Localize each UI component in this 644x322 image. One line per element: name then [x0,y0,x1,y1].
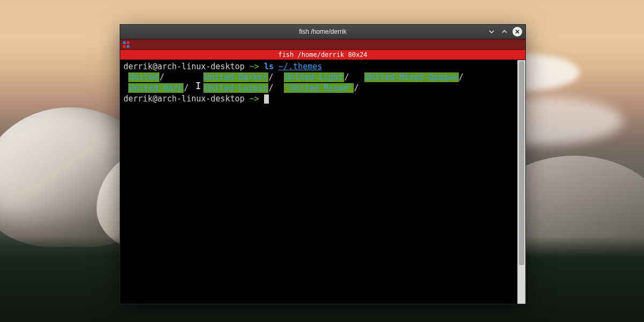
svg-rect-0 [123,41,126,44]
terminal-scrollbar[interactable] [517,60,525,304]
ls-dir: United-Darker [203,72,268,82]
terminal-line: United-Dark/United-Latest/'United Mixed'… [123,83,514,93]
desktop-wallpaper: fish /home/derrik [0,0,644,322]
terminal-area-wrap: derrik@arch-linux-desktop ~> ls ~/.theme… [120,60,525,304]
app-menu-icon[interactable] [122,41,130,48]
svg-rect-3 [127,45,129,48]
terminal-line: derrik@arch-linux-desktop ~> [123,93,514,104]
ls-dir: United-Light [284,72,344,82]
ls-dir: United [128,72,159,82]
terminal-tabbar[interactable]: fish /home/derrik 80x24 [120,50,525,60]
titlebar[interactable]: fish /home/derrik [120,25,525,39]
svg-rect-2 [123,45,126,48]
minimize-button[interactable] [487,27,496,36]
terminal-tab-label: fish /home/derrik 80x24 [278,51,367,58]
prompt-userhost: derrik@arch-linux-desktop [123,94,245,104]
terminal-line: derrik@arch-linux-desktop ~> ls ~/.theme… [123,61,514,72]
ls-dir: United-Dark [128,83,184,93]
maximize-button[interactable] [500,27,509,36]
ls-dir: United-Mixed-Opaque [364,72,459,82]
command-arg: ~/.themes [279,62,322,71]
window-controls [487,25,522,39]
prompt-arrow: ~> [245,62,264,71]
command: ls [264,62,274,71]
ls-dir: United-Latest [203,83,268,93]
scrollbar-thumb[interactable] [519,61,524,265]
window-title: fish /home/derrik [297,28,349,35]
terminal-line: United/United-Darker/United-Light/United… [123,72,514,83]
terminal-cursor [264,94,269,104]
svg-rect-1 [127,41,129,44]
terminal-window: fish /home/derrik [120,24,526,304]
prompt-userhost: derrik@arch-linux-desktop [123,62,245,71]
close-button[interactable] [513,27,522,36]
terminal-area[interactable]: derrik@arch-linux-desktop ~> ls ~/.theme… [120,60,517,304]
prompt-arrow: ~> [245,94,264,104]
menubar[interactable] [120,39,525,50]
ls-dir: 'United Mixed' [284,83,354,93]
